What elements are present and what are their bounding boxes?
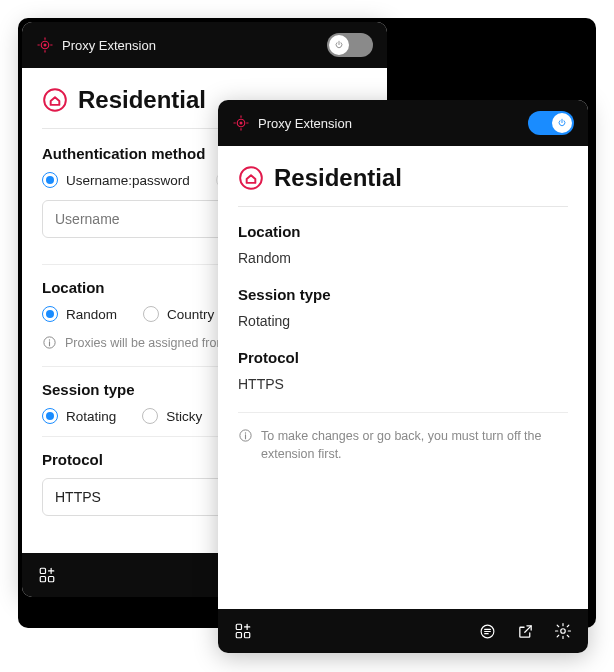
svg-point-19 — [240, 167, 262, 189]
session-type-value: Rotating — [238, 313, 568, 329]
extension-panel-active: Proxy Extension Residential Location Ran… — [218, 100, 588, 653]
app-logo-icon — [232, 114, 250, 132]
svg-rect-12 — [49, 577, 54, 582]
toggle-knob — [329, 35, 349, 55]
page-title: Residential — [78, 86, 206, 114]
app-title: Proxy Extension — [62, 38, 156, 53]
session-radio-sticky[interactable]: Sticky — [142, 408, 202, 424]
session-type-label: Session type — [238, 286, 568, 303]
location-radio-country[interactable]: Country — [143, 306, 214, 322]
extension-toggle[interactable] — [327, 33, 373, 57]
hint-text: Proxies will be assigned from ra — [65, 334, 241, 352]
svg-rect-25 — [245, 633, 250, 638]
svg-point-30 — [561, 629, 566, 634]
session-radio-rotating[interactable]: Rotating — [42, 408, 116, 424]
radio-label: Rotating — [66, 409, 116, 424]
protocol-value: HTTPS — [238, 376, 568, 392]
apps-icon[interactable] — [234, 622, 252, 640]
svg-rect-11 — [40, 577, 45, 582]
svg-point-1 — [44, 44, 47, 47]
apps-icon[interactable] — [38, 566, 56, 584]
panel-header: Proxy Extension — [22, 22, 387, 68]
open-external-icon[interactable] — [516, 622, 534, 640]
location-value: Random — [238, 250, 568, 266]
radio-icon — [142, 408, 158, 424]
radio-icon — [42, 172, 58, 188]
radio-label: Sticky — [166, 409, 202, 424]
settings-icon[interactable] — [554, 622, 572, 640]
location-label: Location — [238, 223, 568, 240]
svg-point-9 — [49, 339, 50, 340]
info-icon — [238, 428, 253, 443]
panel-footer — [218, 609, 588, 653]
residential-icon — [42, 87, 68, 113]
panel-header: Proxy Extension — [218, 100, 588, 146]
hint-text: To make changes or go back, you must tur… — [261, 427, 568, 463]
toggle-knob — [552, 113, 572, 133]
readonly-hint: To make changes or go back, you must tur… — [238, 427, 568, 463]
residential-icon — [238, 165, 264, 191]
radio-icon — [42, 306, 58, 322]
radio-icon — [143, 306, 159, 322]
svg-rect-24 — [236, 633, 241, 638]
divider — [238, 412, 568, 413]
app-title: Proxy Extension — [258, 116, 352, 131]
location-radio-random[interactable]: Random — [42, 306, 117, 322]
radio-label: Username:password — [66, 173, 190, 188]
svg-rect-23 — [236, 624, 241, 629]
svg-point-14 — [240, 122, 243, 125]
extension-toggle[interactable] — [528, 111, 574, 135]
svg-point-6 — [44, 89, 66, 111]
svg-point-22 — [245, 432, 246, 433]
svg-rect-10 — [40, 568, 45, 573]
radio-icon — [42, 408, 58, 424]
radio-label: Random — [66, 307, 117, 322]
protocol-label: Protocol — [238, 349, 568, 366]
app-logo-icon — [36, 36, 54, 54]
page-title: Residential — [274, 164, 402, 192]
log-icon[interactable] — [478, 622, 496, 640]
panel-body: Residential Location Random Session type… — [218, 146, 588, 609]
info-icon — [42, 335, 57, 350]
radio-label: Country — [167, 307, 214, 322]
auth-radio-userpass[interactable]: Username:password — [42, 172, 190, 188]
